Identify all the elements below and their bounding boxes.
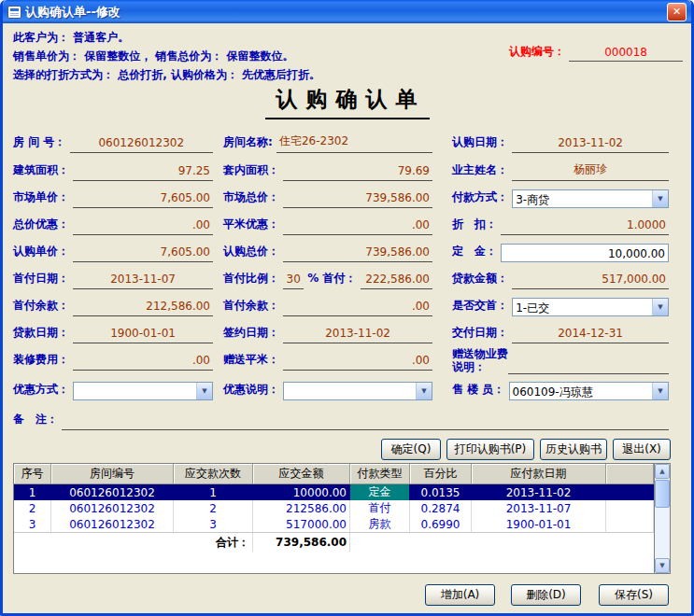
delete-button[interactable]: 删除(D) (511, 584, 581, 606)
table-row[interactable]: 1 060126012302 1 10000.00 定金 0.0135 2013… (14, 484, 654, 500)
cell-date[interactable]: 2013-11-02 (472, 484, 606, 500)
field-gift-sqm: 赠送平米： .00 (223, 348, 432, 371)
cell-seq[interactable]: 3 (14, 516, 51, 532)
discount-rate-input[interactable]: 1.0000 (501, 218, 669, 235)
loan-amount-input[interactable]: 517,000.00 (512, 273, 669, 289)
cell-filler (606, 516, 654, 532)
cell-times[interactable]: 3 (174, 516, 253, 532)
field-discount-note: 优惠说明： ▼ (223, 378, 432, 400)
cell-times[interactable]: 2 (174, 500, 253, 516)
cell-amount[interactable]: 10000.00 (253, 484, 350, 500)
field-is-first-paid: 是否交首： 1-已交 ▼ (452, 294, 669, 316)
scrollbar-track[interactable] (655, 509, 670, 558)
is-first-paid-select[interactable]: 1-已交 ▼ (512, 298, 669, 316)
gift-sqm-label: 赠送平米： (223, 352, 283, 371)
scroll-down-icon[interactable]: ▼ (655, 558, 670, 573)
cell-room[interactable]: 060126012302 (51, 500, 174, 516)
inner-area-input[interactable]: 79.69 (283, 164, 432, 181)
gift-sqm-input[interactable]: .00 (283, 354, 432, 371)
down-pay-ratio-input[interactable]: 30 (283, 273, 304, 289)
down-pay-amount-input[interactable]: 222,586.00 (361, 273, 432, 289)
col-header-room: 房间编号 (51, 464, 174, 484)
field-owner-name: 业主姓名： 杨丽珍 (452, 159, 669, 181)
add-button[interactable]: 增加(A) (425, 584, 495, 606)
room-name-label: 房间名称: (223, 134, 276, 153)
field-down-pay-rest: 首付余款： 212,586.00 (13, 294, 213, 316)
salesperson-select[interactable]: 060109-冯琼慧 ▼ (509, 382, 669, 400)
confirm-unit-price-input[interactable]: 7,605.00 (73, 245, 213, 262)
discount-method-value[interactable] (74, 383, 196, 399)
confirm-total-price-input[interactable]: 739,586.00 (283, 245, 432, 262)
scrollbar-thumb[interactable] (655, 480, 670, 508)
title-bar[interactable]: 认购确认单--修改 ✕ (3, 0, 691, 23)
market-total-price-input[interactable]: 739,586.00 (283, 191, 432, 208)
confirm-total-price-label: 认购总价： (223, 244, 283, 262)
payment-schedule-table: 序号 房间编号 应交款次数 应交金额 付款类型 百分比 应付款日期 1 0601… (13, 463, 671, 574)
cell-amount[interactable]: 517000.00 (253, 516, 350, 532)
chevron-down-icon[interactable]: ▼ (416, 383, 432, 399)
chevron-down-icon[interactable]: ▼ (652, 190, 668, 207)
room-no-input[interactable]: 060126012302 (70, 136, 213, 153)
deposit-input[interactable]: 10,000.00 (501, 244, 669, 262)
cell-room[interactable]: 060126012302 (51, 516, 174, 532)
table-row[interactable]: 3 060126012302 3 517000.00 房款 0.6990 190… (14, 516, 654, 532)
pay-method-value[interactable]: 3-商贷 (513, 190, 652, 207)
gift-property-note-input[interactable] (508, 357, 669, 374)
field-deliver-date: 交付日期： 2014-12-31 (452, 321, 669, 343)
cell-pct[interactable]: 0.6990 (410, 516, 472, 532)
cell-date[interactable]: 2013-11-07 (472, 500, 606, 516)
cell-pct[interactable]: 0.2874 (410, 500, 472, 516)
history-confirm-letter-button[interactable]: 历史认购书 (540, 439, 607, 460)
cell-pct[interactable]: 0.0135 (410, 484, 472, 500)
market-total-price-label: 市场总价： (223, 189, 283, 208)
discount-method-select[interactable]: ▼ (73, 382, 213, 400)
confirm-button[interactable]: 确定(Q) (381, 439, 441, 460)
vertical-scrollbar[interactable]: ▲ ▼ (654, 464, 670, 573)
cell-type[interactable]: 定金 (350, 484, 410, 500)
chevron-down-icon[interactable]: ▼ (652, 299, 668, 315)
down-pay-date-input[interactable]: 2013-11-07 (73, 273, 213, 289)
table-header-row: 序号 房间编号 应交款次数 应交金额 付款类型 百分比 应付款日期 (14, 464, 654, 484)
total-discount-input[interactable]: .00 (73, 218, 213, 235)
cell-seq[interactable]: 2 (14, 500, 51, 516)
chevron-down-icon[interactable]: ▼ (196, 383, 212, 399)
print-confirm-letter-button[interactable]: 打印认购书(P) (446, 439, 534, 460)
room-name-input[interactable]: 住宅26-2302 (276, 133, 432, 153)
field-loan-amount: 贷款金额： 517,000.00 (452, 267, 669, 289)
confirm-date-input[interactable]: 2013-11-02 (512, 136, 669, 153)
build-area-input[interactable]: 97.25 (73, 164, 213, 181)
table-row[interactable]: 2 060126012302 2 212586.00 首付 0.2874 201… (14, 500, 654, 516)
decorate-fee-input[interactable]: .00 (73, 354, 213, 371)
owner-name-input[interactable]: 杨丽珍 (512, 161, 669, 181)
save-button[interactable]: 保存(S) (599, 584, 669, 606)
remark-input[interactable] (62, 413, 669, 430)
deliver-date-input[interactable]: 2014-12-31 (512, 327, 669, 343)
down-pay-rest-input[interactable]: 212,586.00 (73, 300, 213, 316)
is-first-paid-value[interactable]: 1-已交 (513, 299, 652, 315)
pay-method-select[interactable]: 3-商贷 ▼ (512, 189, 669, 208)
exit-button[interactable]: 退出(X) (613, 439, 671, 460)
field-room-no: 房 间 号： 060126012302 (13, 131, 213, 153)
cell-amount[interactable]: 212586.00 (253, 500, 350, 516)
cell-type[interactable]: 房款 (350, 516, 410, 532)
order-no-label: 认购编号： (509, 44, 569, 62)
col-header-type: 付款类型 (350, 464, 410, 484)
cell-seq[interactable]: 1 (14, 484, 51, 500)
discount-note-value[interactable] (284, 383, 416, 399)
cell-date[interactable]: 1900-01-01 (472, 516, 606, 532)
salesperson-value[interactable]: 060109-冯琼慧 (510, 383, 652, 399)
discount-note-select[interactable]: ▼ (283, 382, 432, 400)
scroll-up-icon[interactable]: ▲ (655, 464, 670, 479)
down-pay-rest2-input[interactable]: .00 (283, 300, 432, 316)
cell-type[interactable]: 首付 (350, 500, 410, 516)
close-button[interactable]: ✕ (667, 3, 687, 21)
sqm-discount-input[interactable]: .00 (283, 218, 432, 235)
chevron-down-icon[interactable]: ▼ (652, 383, 668, 399)
market-unit-price-input[interactable]: 7,605.00 (73, 191, 213, 208)
cell-room[interactable]: 060126012302 (51, 484, 174, 500)
sign-date-input[interactable]: 2013-11-02 (283, 327, 432, 343)
loan-date-input[interactable]: 1900-01-01 (73, 327, 213, 343)
cell-filler (606, 484, 654, 500)
cell-times[interactable]: 1 (174, 484, 253, 500)
field-gift-property-note: 赠送物业费 说明： (452, 344, 669, 374)
